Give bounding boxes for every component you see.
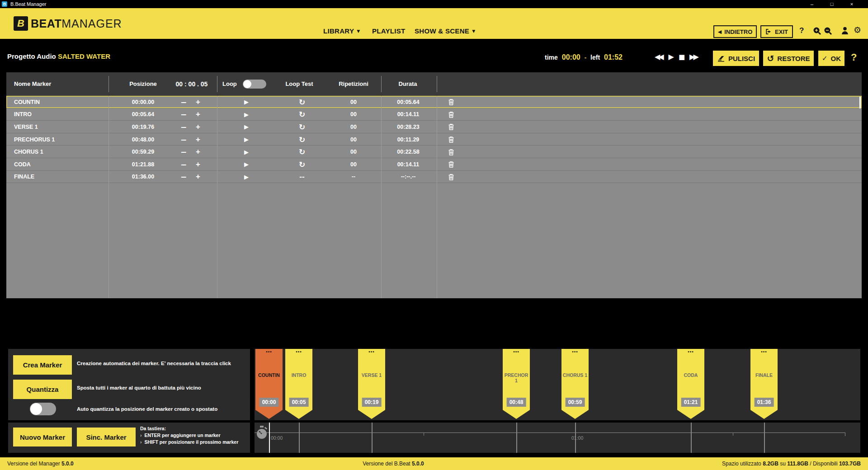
flag-menu-dots-icon[interactable]: ••• [561,349,589,354]
zoom-in-icon[interactable] [813,27,821,35]
loop-test-button[interactable]: ↻ [291,108,313,121]
delete-marker-button[interactable] [442,171,460,183]
repetitions-value: 00 [331,133,376,146]
table-row[interactable]: INTRO00:05.64−+▶↻0000:14.11 [6,108,862,121]
table-row[interactable]: FINALE01:36.00−+▶------:--.-- [6,171,862,183]
play-marker-button[interactable]: ▶ [235,121,258,133]
repetitions-value: 00 [331,146,376,158]
position-increase-button[interactable]: + [193,146,203,158]
marker-name: CODA [14,158,104,171]
marker-table-header: Nome Marker Posizione 00 : 00 . 05 Loop … [6,72,862,96]
flag-menu-dots-icon[interactable]: ••• [503,349,530,354]
timeline-marker-flag[interactable]: •••CODA01:21 [677,349,704,419]
project-help-icon[interactable]: ? [851,52,857,63]
nav-library[interactable]: LIBRARY▼ [323,27,360,35]
time-value: 00:00 [562,53,580,61]
zoom-out-icon[interactable] [824,27,832,35]
flag-time-badge: 00:48 [507,398,526,407]
loop-toggle[interactable] [243,80,266,89]
sinc-marker-button[interactable]: Sinc. Marker [77,428,136,446]
table-scrollbar[interactable] [859,97,861,108]
position-increase-button[interactable]: + [193,158,203,171]
delete-marker-button[interactable] [442,133,460,146]
nav-playlist[interactable]: PLAYLIST [372,27,406,35]
rewind-icon[interactable]: ◀◀ [655,52,664,61]
time-display: time 00:00 - left 01:52 [545,53,623,61]
position-decrease-button[interactable]: − [178,108,189,121]
loop-test-button[interactable]: ↻ [291,146,313,158]
autoquantizza-toggle[interactable] [30,403,56,415]
table-row[interactable]: CODA01:21.88−+▶↻0000:14.11 [6,158,862,171]
ruler-end-tick [845,432,845,436]
delete-marker-button[interactable] [442,96,460,108]
table-row[interactable]: VERSE 100:19.76−+▶↻0000:28.23 [6,121,862,133]
crea-marker-button[interactable]: Crea Marker [13,355,72,375]
flag-menu-dots-icon[interactable]: ••• [677,349,704,354]
delete-marker-button[interactable] [442,108,460,121]
trash-icon [448,98,455,106]
loop-test-button[interactable]: ↻ [291,96,313,108]
stop-icon[interactable]: ■ [679,53,685,61]
play-icon[interactable]: ▶ [669,52,674,61]
play-marker-button[interactable]: ▶ [235,171,258,183]
flag-menu-dots-icon[interactable]: ••• [358,349,385,354]
play-marker-button[interactable]: ▶ [235,146,258,158]
ok-button[interactable]: ✓ OK [818,51,844,66]
position-increase-button[interactable]: + [193,108,203,121]
minimize-button[interactable]: – [802,0,822,8]
timeline-marker-flag[interactable]: •••COUNTIN00:00 [255,349,283,419]
position-decrease-button[interactable]: − [178,96,189,108]
marker-grid-line [372,423,373,453]
flag-name: VERSE 1 [359,372,385,378]
position-decrease-button[interactable]: − [178,121,189,133]
flag-menu-dots-icon[interactable]: ••• [285,349,312,354]
help-icon[interactable]: ? [799,26,804,35]
timeline-marker-flag[interactable]: •••PRECHOR 100:48 [503,349,530,419]
position-increase-button[interactable]: + [193,133,203,146]
position-increase-button[interactable]: + [193,171,203,183]
timeline-marker-flag[interactable]: •••CHORUS 100:59 [561,349,589,419]
playhead-line [269,423,270,453]
close-button[interactable]: × [842,0,862,8]
nav-show-scene[interactable]: SHOW & SCENE▼ [415,27,475,35]
repetitions-value: -- [331,171,376,183]
timeline-marker-flag[interactable]: •••FINALE01:36 [750,349,778,419]
position-decrease-button[interactable]: − [178,133,189,146]
delete-marker-button[interactable] [442,121,460,133]
table-row[interactable]: COUNTIN00:00.00−+▶↻0000:05.64 [6,96,862,108]
flag-menu-dots-icon[interactable]: ••• [750,349,778,354]
play-marker-button[interactable]: ▶ [235,96,258,108]
position-increase-button[interactable]: + [193,121,203,133]
position-decrease-button[interactable]: − [178,171,189,183]
exit-button[interactable]: EXIT [760,25,793,38]
delete-marker-button[interactable] [442,146,460,158]
pulisci-button[interactable]: PULISCI [713,51,759,66]
play-marker-button[interactable]: ▶ [235,158,258,171]
indietro-button[interactable]: ◀ INDIETRO [713,25,757,38]
loop-test-button[interactable]: ↻ [291,133,313,146]
delete-marker-button[interactable] [442,158,460,171]
nuovo-marker-button[interactable]: Nuovo Marker [13,428,72,446]
restore-button[interactable]: ↺ RESTORE [763,51,814,66]
flag-name: CHORUS 1 [562,372,588,378]
timeline-ruler-panel[interactable]: 00:0001:00 [255,423,860,453]
flag-menu-dots-icon[interactable]: ••• [255,349,283,354]
flag-name: PRECHOR 1 [503,372,529,383]
maximize-button[interactable]: □ [822,0,842,8]
position-decrease-button[interactable]: − [178,146,189,158]
user-icon[interactable] [841,26,849,35]
loop-test-button[interactable]: ↻ [291,158,313,171]
forward-icon[interactable]: ▶▶ [689,52,699,61]
play-marker-button[interactable]: ▶ [235,133,258,146]
timeline-marker-flag[interactable]: •••VERSE 100:19 [358,349,385,419]
quantizza-button[interactable]: Quantizza [13,380,72,399]
settings-gear-icon[interactable]: ⚙ [854,25,861,35]
loop-test-button[interactable]: ↻ [291,121,313,133]
position-increase-button[interactable]: + [193,96,203,108]
table-row[interactable]: PRECHORUS 100:48.00−+▶↻0000:11.29 [6,133,862,146]
play-marker-button[interactable]: ▶ [235,108,258,121]
timeline-marker-flag[interactable]: •••INTRO00:05 [285,349,312,419]
chevron-down-icon: ▼ [357,29,360,33]
position-decrease-button[interactable]: − [178,158,189,171]
table-row[interactable]: CHORUS 100:59.29−+▶↻0000:22.58 [6,146,862,158]
